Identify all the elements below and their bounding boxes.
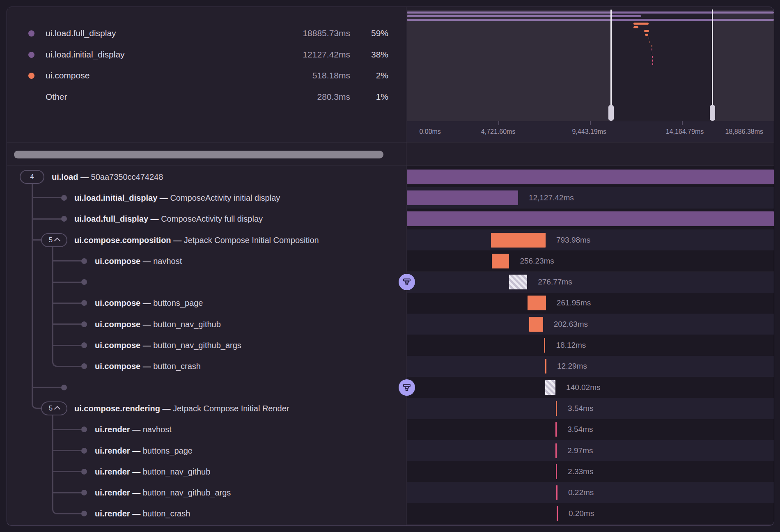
span-duration-label: 2.97ms — [567, 446, 593, 455]
waterfall-row[interactable]: 18.12ms — [407, 335, 774, 355]
minimap-span-bar — [652, 60, 653, 62]
span-label: ui.compose — button_nav_github — [95, 319, 221, 329]
waterfall-row[interactable]: 2.33ms — [407, 461, 774, 482]
waterfall-row[interactable]: 140.02ms — [407, 377, 774, 398]
span-bar[interactable] — [491, 233, 546, 248]
waterfall-row[interactable]: 256.23ms — [407, 250, 774, 271]
span-bar[interactable] — [407, 170, 774, 184]
waterfall-row[interactable]: 202.63ms — [407, 314, 774, 335]
waterfall-row[interactable]: 276.77ms — [407, 272, 774, 293]
span-tree-row[interactable] — [7, 377, 406, 398]
legend-label: ui.compose — [46, 71, 89, 80]
funnel-glyph — [402, 383, 412, 392]
axis-tick-label: 9,443.19ms — [572, 128, 607, 135]
legend-color-dot-icon — [28, 30, 34, 37]
panel-divider[interactable] — [406, 7, 406, 525]
minimap-span-bar — [652, 56, 653, 58]
profile-funnel-icon[interactable] — [399, 379, 415, 396]
tree-node-dot — [81, 490, 87, 495]
span-bar[interactable] — [529, 317, 543, 332]
span-tree-row[interactable]: 4ui.load — 50aa7350cc474248 — [7, 166, 406, 187]
handle-grip-icon[interactable] — [608, 105, 614, 121]
span-bar[interactable] — [407, 211, 774, 226]
children-count-chip[interactable]: 4 — [20, 170, 44, 184]
tree-node-dot — [61, 385, 67, 390]
span-tree-row[interactable]: ui.load.initial_display — ComposeActivit… — [7, 187, 406, 208]
minimap-span-bar — [633, 23, 649, 25]
span-bar[interactable] — [556, 464, 557, 479]
span-bar[interactable] — [555, 443, 557, 458]
axis-tick-label: 14,164.79ms — [666, 128, 704, 135]
span-bar[interactable] — [492, 254, 509, 268]
waterfall-row[interactable]: 2.97ms — [407, 440, 774, 461]
legend-percent: 2% — [376, 71, 388, 80]
tree-node-dot — [81, 511, 87, 516]
span-label: ui.load.full_display — ComposeActivity f… — [74, 214, 263, 224]
span-op: ui.compose — — [95, 256, 153, 265]
span-label: ui.render — button_nav_github_args — [95, 488, 231, 498]
waterfall-row[interactable]: 12.29ms — [407, 356, 774, 377]
span-duration-label: 12,127.42ms — [529, 193, 574, 202]
span-bar[interactable] — [509, 275, 527, 289]
span-tree-row[interactable]: ui.load.full_display — ComposeActivity f… — [7, 209, 406, 229]
waterfall-row[interactable]: 793.98ms — [407, 229, 774, 250]
tree-node-dot — [81, 469, 87, 475]
span-duration-label: 2.33ms — [568, 467, 593, 476]
span-label: ui.render — button_nav_github — [95, 467, 210, 476]
span-description: button_nav_github — [143, 467, 211, 476]
tree-node-dot — [81, 342, 87, 348]
waterfall-row[interactable]: 261.95ms — [407, 293, 774, 314]
tree-connector-stub — [52, 492, 85, 493]
span-bar[interactable] — [555, 422, 557, 437]
span-bar[interactable] — [556, 485, 557, 500]
span-bar[interactable] — [544, 338, 545, 353]
legend-color-dot-icon — [28, 52, 34, 58]
minimap-span-bar — [645, 34, 648, 36]
legend-percent: 38% — [371, 50, 388, 60]
span-bar[interactable] — [557, 506, 558, 521]
viewport-handle-left[interactable] — [610, 9, 612, 121]
span-label: ui.compose — button_crash — [95, 362, 201, 371]
span-label: ui.render — navhost — [95, 425, 172, 434]
span-op: ui.compose — — [95, 362, 153, 371]
span-description: navhost — [153, 256, 182, 265]
legend-item: ui.load.full_display18885.73ms59% — [7, 25, 406, 41]
profile-funnel-icon[interactable] — [399, 274, 415, 290]
span-label: ui.compose.composition — Jetpack Compose… — [74, 235, 319, 245]
legend-item: ui.load.initial_display12127.42ms38% — [7, 46, 406, 63]
minimap-span-bar — [652, 52, 653, 54]
children-count-chip[interactable]: 5 — [41, 233, 67, 247]
waterfall-row[interactable]: 0.20ms — [407, 503, 774, 524]
span-bar[interactable] — [545, 380, 555, 395]
minimap-span-bar — [644, 30, 649, 32]
span-bar[interactable] — [556, 401, 557, 416]
waterfall-row[interactable]: 3.54ms — [407, 398, 774, 419]
legend-color-dot-icon — [28, 73, 34, 79]
legend-item: ui.compose518.18ms2% — [7, 67, 406, 84]
span-bar[interactable] — [545, 359, 546, 374]
handle-grip-icon[interactable] — [710, 105, 715, 121]
trace-minimap[interactable] — [407, 7, 774, 121]
span-duration-label: 261.95ms — [557, 298, 591, 307]
span-tree-row[interactable]: 5ui.compose.composition — Jetpack Compos… — [7, 229, 406, 250]
waterfall-row[interactable]: 12,127.42ms — [407, 187, 774, 208]
tree-node-dot — [81, 258, 87, 264]
tree-connector-stub — [52, 345, 85, 346]
span-tree-row[interactable]: 5ui.compose.rendering — Jetpack Compose … — [7, 398, 406, 419]
waterfall-row[interactable] — [407, 209, 774, 229]
span-bar[interactable] — [528, 296, 546, 310]
tree-node-dot — [81, 363, 87, 369]
waterfall-row[interactable]: 0.22ms — [407, 482, 774, 503]
tree-node-dot — [81, 279, 87, 285]
horizontal-scrollbar-thumb[interactable] — [14, 151, 383, 158]
waterfall-row[interactable] — [407, 166, 774, 187]
children-count-chip[interactable]: 5 — [41, 401, 67, 415]
waterfall-row[interactable]: 3.54ms — [407, 419, 774, 440]
span-op: ui.load — — [52, 172, 91, 181]
span-duration-label: 3.54ms — [567, 425, 593, 434]
span-bar[interactable] — [407, 190, 518, 205]
viewport-handle-right[interactable] — [712, 9, 713, 121]
span-op: ui.compose — — [95, 298, 153, 307]
span-description: button_nav_github_args — [143, 488, 231, 497]
span-duration-label: 3.54ms — [568, 404, 593, 413]
